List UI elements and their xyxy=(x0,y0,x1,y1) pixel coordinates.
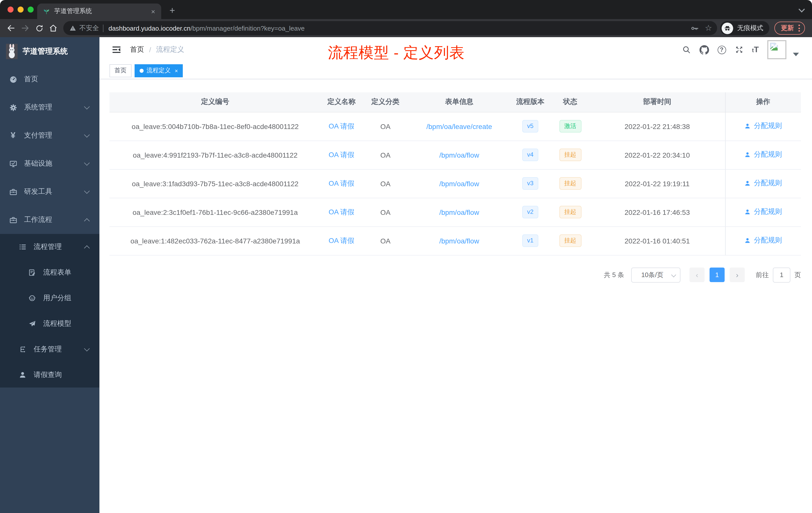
browser-tabstrip: 芋道管理系统 × + xyxy=(0,0,812,19)
sidebar-item-label: 流程模型 xyxy=(43,319,71,328)
definition-name-link[interactable]: OA 请假 xyxy=(329,122,354,130)
form-link[interactable]: /bpm/oa/flow xyxy=(439,179,479,187)
sidebar-item-process-management[interactable]: 流程管理 xyxy=(0,234,99,260)
definition-name-link[interactable]: OA 请假 xyxy=(329,179,354,187)
search-icon[interactable] xyxy=(682,45,691,54)
update-button[interactable]: 更新 xyxy=(774,22,805,35)
current-page-button[interactable]: 1 xyxy=(709,268,725,282)
sidebar-item-process-form[interactable]: 流程表单 xyxy=(0,260,99,285)
header-status: 状态 xyxy=(551,92,589,112)
assign-rule-button[interactable]: 分配规则 xyxy=(745,122,782,131)
incognito-label: 无痕模式 xyxy=(737,24,763,33)
breadcrumb-home[interactable]: 首页 xyxy=(130,45,144,54)
address-bar[interactable]: 不安全 dashboard.yudao.iocoder.cn /bpm/mana… xyxy=(63,21,717,35)
tag-home[interactable]: 首页 xyxy=(110,64,132,77)
help-icon[interactable]: ? xyxy=(717,46,726,54)
assign-rule-button[interactable]: 分配规则 xyxy=(745,179,782,188)
password-key-icon[interactable] xyxy=(690,24,699,32)
sidebar-item-dev-tools[interactable]: 研发工具 xyxy=(0,178,99,206)
form-link[interactable]: /bpm/oa/flow xyxy=(439,208,479,216)
traffic-light-close-button[interactable] xyxy=(7,6,13,12)
home-button[interactable] xyxy=(46,21,60,35)
chevron-down-icon xyxy=(84,132,90,138)
chevron-down-icon xyxy=(84,160,90,165)
security-warning-icon[interactable] xyxy=(69,25,76,32)
sidebar-item-task-management[interactable]: 任务管理 xyxy=(0,336,99,362)
tag-process-definition[interactable]: 流程定义 × xyxy=(135,64,183,77)
bookmark-star-icon[interactable]: ☆ xyxy=(705,24,712,32)
browser-menu-kebab-icon[interactable] xyxy=(799,25,800,32)
avatar[interactable] xyxy=(767,40,786,59)
sidebar-collapse-icon[interactable] xyxy=(112,45,121,55)
sidebar-item-system[interactable]: 系统管理 xyxy=(0,93,99,121)
form-link[interactable]: /bpm/oa/leave/create xyxy=(426,122,492,130)
sidebar-item-label: 流程管理 xyxy=(34,242,62,251)
sidebar-item-workflow[interactable]: 工作流程 xyxy=(0,206,99,234)
fullscreen-icon[interactable] xyxy=(734,45,744,54)
reload-button[interactable] xyxy=(32,21,46,35)
definition-name-link[interactable]: OA 请假 xyxy=(329,236,354,244)
sidebar-item-user-group[interactable]: 用户分组 xyxy=(0,285,99,311)
content-area: 定义编号 定义名称 定义分类 表单信息 流程版本 状态 部署时间 操作 oa_l xyxy=(99,79,812,513)
page-size-select[interactable]: 10条/页 xyxy=(631,267,680,282)
tag-label: 首页 xyxy=(115,66,126,75)
traffic-light-maximize-button[interactable] xyxy=(28,6,34,12)
sidebar-item-home[interactable]: 首页 xyxy=(0,65,99,93)
forward-button[interactable] xyxy=(18,21,32,35)
browser-tab[interactable]: 芋道管理系统 × xyxy=(37,3,161,19)
cell-deploy-time: 2022-01-16 17:46:53 xyxy=(589,198,725,227)
assign-rule-button[interactable]: 分配规则 xyxy=(745,208,782,217)
assign-rule-button[interactable]: 分配规则 xyxy=(745,236,782,245)
new-tab-button[interactable]: + xyxy=(166,4,179,17)
back-button[interactable] xyxy=(4,21,18,35)
table-row: oa_leave:4:991f2193-7b7f-11ec-a3c8-acde4… xyxy=(110,141,801,169)
broken-image-icon xyxy=(769,42,778,51)
header-definition-id: 定义编号 xyxy=(110,92,321,112)
header-definition-name: 定义名称 xyxy=(321,92,362,112)
sidebar-item-leave-query[interactable]: 请假查询 xyxy=(0,362,99,388)
prev-page-button[interactable]: ‹ xyxy=(690,268,704,282)
form-link[interactable]: /bpm/oa/flow xyxy=(439,151,479,159)
security-label[interactable]: 不安全 xyxy=(79,24,99,33)
avatar-dropdown-caret-icon[interactable] xyxy=(793,53,799,56)
annotation-overlay-text: 流程模型 - 定义列表 xyxy=(328,43,464,63)
tab-search-chevron-icon[interactable] xyxy=(799,6,805,12)
version-badge: v3 xyxy=(522,177,538,190)
browser-toolbar: 不安全 dashboard.yudao.iocoder.cn /bpm/mana… xyxy=(0,19,812,37)
tag-close-icon[interactable]: × xyxy=(175,67,178,73)
sidebar-logo[interactable]: 芋道管理系统 xyxy=(0,37,99,65)
next-page-button[interactable]: › xyxy=(730,268,745,282)
active-tag-dot xyxy=(140,68,144,72)
user-icon xyxy=(745,180,751,187)
list-icon xyxy=(18,243,27,251)
header-deploy-time: 部署时间 xyxy=(589,92,725,112)
cell-category: OA xyxy=(362,169,409,198)
definition-table: 定义编号 定义名称 定义分类 表单信息 流程版本 状态 部署时间 操作 oa_l xyxy=(110,92,801,255)
traffic-light-minimize-button[interactable] xyxy=(18,6,24,12)
sidebar-item-payment[interactable]: ¥ 支付管理 xyxy=(0,121,99,150)
chevron-up-icon xyxy=(84,218,90,224)
user-icon xyxy=(18,371,27,379)
assign-rule-button[interactable]: 分配规则 xyxy=(745,150,782,159)
status-badge: 激活 xyxy=(559,120,581,132)
version-badge: v4 xyxy=(522,149,538,161)
header-actions: 操作 xyxy=(725,92,801,112)
incognito-icon xyxy=(722,22,733,34)
cell-deploy-time: 2022-01-16 01:40:51 xyxy=(589,227,725,255)
form-link[interactable]: /bpm/oa/flow xyxy=(439,237,479,245)
sidebar-item-label: 研发工具 xyxy=(24,187,52,196)
sidebar: 芋道管理系统 首页 系统管理 ¥ 支付管理 xyxy=(0,37,99,513)
definition-name-link[interactable]: OA 请假 xyxy=(329,150,354,158)
sidebar-item-label: 首页 xyxy=(24,75,38,84)
monitor-check-icon xyxy=(8,159,18,168)
goto-unit-label: 页 xyxy=(794,270,801,279)
sidebar-item-process-model[interactable]: 流程模型 xyxy=(0,311,99,336)
tab-close-icon[interactable]: × xyxy=(149,7,157,15)
goto-page-input[interactable] xyxy=(773,267,790,282)
paper-plane-icon xyxy=(28,320,37,328)
sidebar-item-infrastructure[interactable]: 基础设施 xyxy=(0,150,99,178)
definition-name-link[interactable]: OA 请假 xyxy=(329,208,354,216)
chevron-up-icon xyxy=(84,245,90,251)
text-size-icon[interactable]: tT xyxy=(752,46,759,54)
github-icon[interactable] xyxy=(699,45,709,55)
